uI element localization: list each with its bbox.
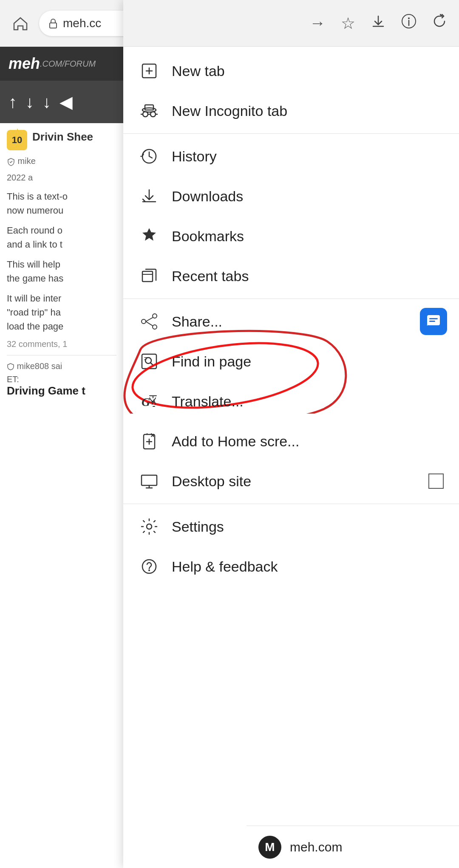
- svg-point-24: [148, 569, 150, 571]
- left-arrow-icon: ◀: [60, 92, 73, 112]
- menu-item-desktop-site[interactable]: Desktop site: [123, 461, 459, 501]
- article-body: This is a text-onow numerou Each round o…: [7, 189, 116, 333]
- menu-item-history[interactable]: History: [123, 136, 459, 176]
- svg-text:G: G: [142, 395, 150, 409]
- svg-point-22: [147, 524, 152, 529]
- svg-point-2: [408, 17, 410, 19]
- forward-icon[interactable]: →: [309, 14, 326, 32]
- settings-icon: [139, 516, 160, 537]
- downloads-icon: [139, 186, 160, 207]
- commenter-name: mike808 sai: [17, 361, 62, 371]
- menu-list: New tab: [123, 47, 459, 591]
- avatar-letter: M: [265, 840, 275, 854]
- star-number: 10: [12, 135, 22, 146]
- body-line-4: It will be inter"road trip" haload the p…: [7, 291, 116, 333]
- share-label: Share...: [172, 313, 444, 330]
- recent-tabs-icon: [139, 265, 160, 287]
- bookmarks-label: Bookmarks: [172, 228, 444, 245]
- menu-item-share[interactable]: Share...: [123, 302, 459, 341]
- divider-3: [123, 504, 459, 504]
- menu-item-find-in-page[interactable]: Find in page: [123, 341, 459, 381]
- svg-rect-9: [142, 271, 153, 282]
- find-in-page-label: Find in page: [172, 353, 444, 370]
- menu-item-bookmarks[interactable]: Bookmarks: [123, 216, 459, 256]
- svg-rect-16: [142, 354, 156, 369]
- site-suffix: .COM/FORUM: [40, 59, 96, 69]
- up-arrow-icon: ↑: [8, 93, 17, 112]
- svg-rect-14: [429, 318, 438, 319]
- comment-title: Driving Game t: [7, 384, 116, 397]
- comment-meta: mike808 sai: [7, 361, 116, 371]
- svg-rect-15: [429, 321, 435, 322]
- home-button[interactable]: [8, 11, 32, 35]
- desktop-site-checkbox[interactable]: [428, 473, 444, 489]
- address-text: meh.cc: [63, 17, 101, 30]
- site-name: meh: [8, 55, 40, 73]
- svg-point-11: [153, 325, 157, 329]
- dropdown-menu: → ☆: [123, 0, 459, 868]
- desktop-icon: [139, 471, 160, 492]
- menu-item-settings[interactable]: Settings: [123, 507, 459, 547]
- help-icon: [139, 556, 160, 577]
- incognito-icon: [139, 100, 160, 121]
- download-icon[interactable]: [371, 14, 386, 33]
- chat-bubble-button[interactable]: [420, 308, 447, 335]
- svg-point-10: [153, 314, 157, 318]
- dropdown-toolbar: → ☆: [123, 0, 459, 47]
- divider-2: [123, 299, 459, 299]
- article-date: 2022 a: [7, 173, 116, 183]
- svg-rect-0: [50, 23, 57, 28]
- commenter-shield-icon: [7, 363, 14, 371]
- add-home-icon: [139, 431, 160, 452]
- menu-item-help[interactable]: Help & feedback: [123, 547, 459, 586]
- menu-item-translate[interactable]: G Translate...: [123, 381, 459, 421]
- help-label: Help & feedback: [172, 558, 444, 575]
- article-content: 10 Drivin Shee mike 2022 a This is a tex…: [0, 123, 123, 404]
- site-domain: meh.com: [290, 840, 459, 854]
- svg-point-6: [143, 112, 148, 117]
- menu-item-incognito[interactable]: New Incognito tab: [123, 91, 459, 131]
- bookmarks-icon: [139, 225, 160, 247]
- article-meta: mike: [7, 156, 116, 166]
- divider-1: [123, 133, 459, 134]
- down-arrow-icon-2: ↓: [42, 93, 51, 112]
- history-label: History: [172, 148, 444, 165]
- new-tab-icon: [139, 60, 160, 82]
- shield-icon: [7, 158, 15, 166]
- svg-point-12: [142, 319, 146, 324]
- menu-item-add-home[interactable]: Add to Home scre...: [123, 421, 459, 461]
- comment-et: ET:: [7, 375, 116, 384]
- comments-count: 32 comments, 1: [7, 339, 116, 349]
- svg-point-23: [142, 560, 156, 573]
- info-icon[interactable]: [401, 14, 416, 33]
- body-line-2: Each round oand a link to t: [7, 223, 116, 251]
- down-arrow-icon-1: ↓: [26, 93, 34, 112]
- site-header: meh .COM/FORUM: [0, 47, 123, 81]
- history-icon: [139, 146, 160, 167]
- add-home-label: Add to Home scre...: [172, 433, 444, 450]
- desktop-site-label: Desktop site: [172, 473, 416, 490]
- downloads-label: Downloads: [172, 188, 444, 205]
- follow-bar: M meh.com + Follow: [246, 826, 459, 868]
- settings-label: Settings: [172, 519, 444, 535]
- menu-item-new-tab[interactable]: New tab: [123, 51, 459, 91]
- menu-item-recent-tabs[interactable]: Recent tabs: [123, 256, 459, 296]
- page-background: meh .COM/FORUM ↑ ↓ ↓ ◀ 10 Drivin Shee mi…: [0, 47, 123, 868]
- body-line-3: This will helpthe game has: [7, 257, 116, 285]
- bookmark-star-icon[interactable]: ☆: [341, 14, 355, 33]
- translate-label: Translate...: [172, 393, 444, 410]
- star-badge: 10: [7, 130, 27, 150]
- find-in-page-icon: [139, 351, 160, 372]
- translate-icon: G: [139, 391, 160, 412]
- body-line-1: This is a text-onow numerou: [7, 189, 116, 217]
- article-author: mike: [18, 156, 36, 166]
- menu-item-downloads[interactable]: Downloads: [123, 176, 459, 216]
- recent-tabs-label: Recent tabs: [172, 268, 444, 285]
- svg-point-7: [150, 112, 156, 117]
- site-avatar: M: [258, 836, 281, 859]
- refresh-icon[interactable]: [432, 14, 447, 33]
- arrows-banner: ↑ ↓ ↓ ◀: [0, 81, 123, 123]
- new-tab-label: New tab: [172, 63, 444, 79]
- share-icon: [139, 311, 160, 332]
- svg-rect-21: [142, 475, 157, 485]
